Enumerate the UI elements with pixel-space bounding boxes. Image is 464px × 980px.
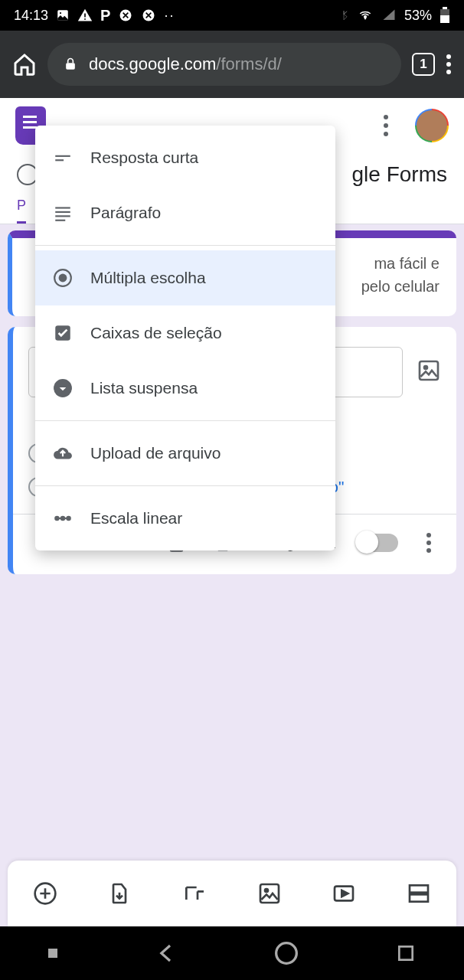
chrome-menu-icon[interactable] [446, 54, 452, 75]
svg-point-19 [265, 889, 268, 892]
editor-bottom-toolbar [8, 861, 456, 926]
short-answer-icon [52, 147, 74, 168]
svg-point-14 [424, 366, 427, 369]
nav-indicator [48, 949, 57, 958]
svg-rect-13 [420, 361, 438, 380]
radio-icon [52, 267, 74, 289]
address-bar[interactable]: docs.google.com/forms/d/ [47, 43, 401, 86]
svg-point-10 [446, 54, 451, 59]
recent-apps-button[interactable] [396, 943, 416, 963]
image-notif-icon [56, 8, 70, 22]
avast-icon-2 [141, 8, 156, 23]
cloud-upload-icon [52, 443, 74, 464]
dd-checkboxes[interactable]: Caixas de seleção [35, 305, 335, 361]
url-path: /forms/d/ [216, 54, 282, 74]
svg-point-37 [276, 943, 297, 964]
dd-file-upload[interactable]: Upload de arquivo [35, 426, 335, 481]
svg-rect-21 [410, 885, 428, 892]
svg-rect-36 [57, 518, 68, 519]
add-image-icon[interactable] [257, 881, 282, 906]
svg-rect-24 [55, 159, 64, 161]
svg-point-11 [446, 62, 451, 67]
svg-rect-22 [410, 894, 428, 901]
question-type-dropdown: Resposta curta Parágrafo Múltipla escolh… [35, 126, 335, 550]
dd-dropdown[interactable]: Lista suspensa [35, 361, 335, 416]
svg-rect-25 [55, 207, 70, 208]
svg-rect-18 [260, 884, 279, 903]
svg-rect-38 [399, 946, 412, 959]
tab-switcher[interactable]: 1 [412, 53, 435, 76]
svg-rect-23 [55, 155, 70, 157]
svg-point-1 [60, 12, 61, 14]
import-questions-icon[interactable] [107, 881, 132, 906]
account-avatar[interactable] [415, 109, 449, 142]
back-button[interactable] [155, 942, 178, 965]
checkbox-icon [52, 322, 74, 344]
svg-rect-28 [55, 220, 65, 221]
add-section-icon[interactable] [407, 881, 431, 906]
lock-icon [63, 57, 78, 72]
add-image-button[interactable] [417, 358, 441, 386]
warning-icon [77, 8, 93, 23]
svg-rect-3 [84, 18, 86, 20]
status-time: 14:13 [14, 8, 48, 24]
svg-rect-7 [443, 7, 447, 9]
svg-point-12 [446, 70, 451, 74]
home-button[interactable] [274, 941, 299, 965]
battery-percent: 53% [404, 8, 432, 24]
question-more-button[interactable] [420, 533, 438, 553]
home-icon[interactable] [12, 52, 37, 77]
add-title-icon[interactable] [182, 881, 207, 906]
required-toggle[interactable] [357, 534, 398, 552]
url-host: docs.google.com [89, 54, 216, 74]
battery-icon [439, 7, 450, 24]
add-video-icon[interactable] [332, 881, 356, 906]
svg-point-30 [59, 274, 67, 283]
dropdown-icon [52, 377, 74, 399]
wifi-icon [357, 8, 374, 22]
more-notif-icon: ·· [164, 8, 175, 24]
dd-linear-scale[interactable]: Escala linear [35, 491, 335, 546]
chrome-toolbar: docs.google.com/forms/d/ 1 [0, 31, 464, 98]
svg-rect-27 [55, 215, 70, 217]
tab-questions[interactable]: P [17, 198, 26, 224]
dd-short-answer[interactable]: Resposta curta [35, 130, 335, 185]
form-title-fragment: gle Forms [352, 162, 447, 187]
svg-rect-2 [84, 14, 86, 18]
page-content: gle Forms P ma fácil e pelo celular o Op… [0, 98, 464, 926]
forms-more-button[interactable] [377, 115, 395, 136]
signal-icon [381, 8, 397, 22]
svg-rect-8 [440, 9, 449, 15]
dd-multiple-choice[interactable]: Múltipla escolha [35, 250, 335, 305]
avast-icon-1 [118, 8, 133, 23]
desc-line2: pelo celular [361, 278, 439, 295]
android-nav-bar [0, 926, 464, 980]
bluetooth-icon [338, 8, 349, 23]
dd-paragraph[interactable]: Parágrafo [35, 185, 335, 240]
svg-rect-9 [66, 63, 75, 69]
paragraph-icon [52, 202, 74, 224]
linear-scale-icon [52, 508, 74, 529]
svg-rect-26 [55, 211, 70, 213]
p-icon: P [100, 7, 110, 24]
add-question-icon[interactable] [33, 881, 57, 906]
android-status-bar: 14:13 P ·· 53% [0, 0, 464, 31]
desc-line1: ma fácil e [374, 255, 439, 272]
